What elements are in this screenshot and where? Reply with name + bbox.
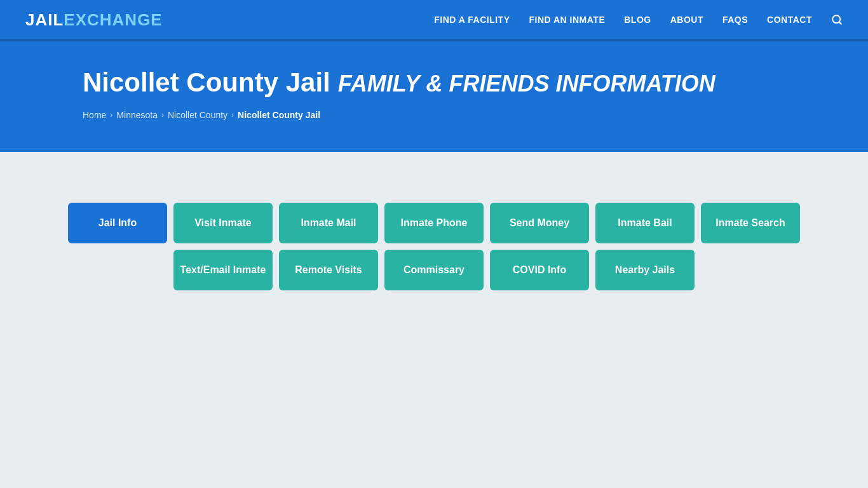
breadcrumb-sep-2: › (161, 111, 164, 119)
inmate-bail-button[interactable]: Inmate Bail (595, 203, 695, 243)
breadcrumb-sep-1: › (110, 111, 112, 119)
breadcrumb: Home › Minnesota › Nicollet County › Nic… (83, 110, 785, 120)
nav-about[interactable]: ABOUT (670, 15, 703, 25)
visit-inmate-button[interactable]: Visit Inmate (173, 203, 273, 243)
hero-banner: Nicollet County JailFAMILY & FRIENDS INF… (0, 41, 868, 152)
logo-jail: JAIL (25, 10, 64, 30)
text-email-inmate-button[interactable]: Text/Email Inmate (173, 250, 273, 290)
search-icon-button[interactable] (831, 14, 843, 25)
breadcrumb-home[interactable]: Home (83, 110, 106, 120)
inmate-search-button[interactable]: Inmate Search (701, 203, 800, 243)
main-nav: FIND A FACILITY FIND AN INMATE BLOG ABOU… (434, 14, 843, 25)
main-content: Jail Info Visit Inmate Inmate Mail Inmat… (0, 152, 868, 463)
inmate-phone-button[interactable]: Inmate Phone (384, 203, 484, 243)
svg-line-1 (839, 22, 841, 24)
nav-faqs[interactable]: FAQs (722, 15, 748, 25)
title-main: Nicollet County Jail (83, 67, 330, 97)
navigation-buttons: Jail Info Visit Inmate Inmate Mail Inmat… (83, 203, 785, 290)
commissary-button[interactable]: Commissary (384, 250, 484, 290)
covid-info-button[interactable]: COVID Info (490, 250, 589, 290)
title-sub: FAMILY & FRIENDS INFORMATION (338, 71, 715, 97)
breadcrumb-county[interactable]: Nicollet County (168, 110, 227, 120)
button-row-1: Jail Info Visit Inmate Inmate Mail Inmat… (68, 203, 800, 243)
nearby-jails-button[interactable]: Nearby Jails (595, 250, 695, 290)
breadcrumb-sep-3: › (231, 111, 234, 119)
breadcrumb-current: Nicollet County Jail (238, 110, 320, 120)
page-title: Nicollet County JailFAMILY & FRIENDS INF… (83, 67, 785, 98)
nav-find-inmate[interactable]: FIND AN INMATE (529, 15, 605, 25)
remote-visits-button[interactable]: Remote Visits (279, 250, 378, 290)
inmate-mail-button[interactable]: Inmate Mail (279, 203, 378, 243)
nav-contact[interactable]: CONTACT (767, 15, 812, 25)
jail-info-button[interactable]: Jail Info (68, 203, 167, 243)
breadcrumb-minnesota[interactable]: Minnesota (116, 110, 158, 120)
logo-exchange: EXCHANGE (64, 10, 162, 30)
button-row-2: Text/Email Inmate Remote Visits Commissa… (173, 250, 695, 290)
nav-find-facility[interactable]: FIND A FACILITY (434, 15, 510, 25)
send-money-button[interactable]: Send Money (490, 203, 589, 243)
nav-blog[interactable]: BLOG (624, 15, 651, 25)
header: JAILEXCHANGE FIND A FACILITY FIND AN INM… (0, 0, 868, 41)
logo[interactable]: JAILEXCHANGE (25, 10, 163, 30)
